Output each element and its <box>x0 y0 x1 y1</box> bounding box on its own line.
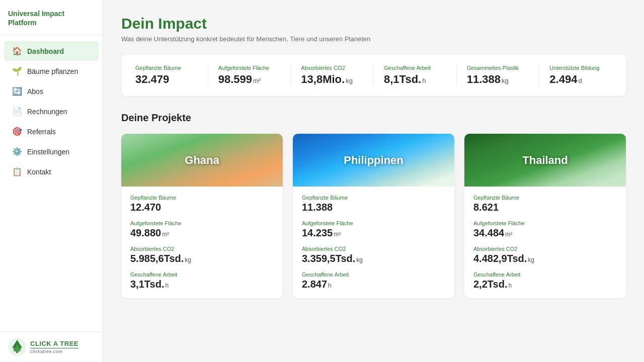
proj-stat-label: Geschaffene Arbeit <box>473 272 617 278</box>
proj-stat-label: Aufgeforstete Fläche <box>130 220 274 226</box>
sidebar: Universal Impact Platform 🏠Dashboard🌱Bäu… <box>0 0 103 362</box>
projects-grid: Ghana Gepflanzte Bäume 12.470 Aufgeforst… <box>121 134 626 298</box>
proj-stat-label: Absorbiertes CO2 <box>130 246 274 252</box>
projects-section-title: Deine Projekte <box>121 112 626 124</box>
sidebar-nav: 🏠Dashboard🌱Bäume pflanzen🔄Abos📄Rechnunge… <box>0 36 103 331</box>
proj-stat-label: Absorbiertes CO2 <box>302 246 445 252</box>
project-image-philippinen: Philippinen <box>293 134 454 187</box>
einstellungen-icon: ⚙️ <box>12 147 22 156</box>
project-stats: Gepflanzte Bäume 8.621 Aufgeforstete Flä… <box>464 187 626 298</box>
sidebar-label-dashboard: Dashboard <box>27 47 64 55</box>
project-card-philippinen[interactable]: Philippinen Gepflanzte Bäume 11.388 Aufg… <box>293 134 454 298</box>
sidebar-item-referrals[interactable]: 🎯Referrals <box>4 122 99 141</box>
proj-stat: Aufgeforstete Fläche 49.880m² <box>130 220 274 239</box>
sidebar-label-baume: Bäume pflanzen <box>27 67 78 75</box>
proj-stat-value: 2,2Tsd.h <box>473 279 617 290</box>
sidebar-item-rechnungen[interactable]: 📄Rechnungen <box>4 102 99 121</box>
proj-stat: Absorbiertes CO2 4.482,9Tsd.kg <box>473 246 617 264</box>
proj-stat-value: 14.235m² <box>302 227 445 239</box>
proj-stat-value: 5.985,6Tsd.kg <box>130 253 274 264</box>
project-image-thailand: Thailand <box>464 134 626 187</box>
proj-stat-value: 34.484m² <box>473 227 617 239</box>
page-title: Dein Impact <box>121 15 626 32</box>
page-subtitle: Was deine Unterstützung konkret bedeutet… <box>121 35 626 43</box>
proj-stat: Absorbiertes CO2 5.985,6Tsd.kg <box>130 246 274 264</box>
proj-stat-value: 3,1Tsd.h <box>130 279 274 290</box>
proj-stat-value: 49.880m² <box>130 227 274 239</box>
stat-value: 8,1Tsd.h <box>384 73 446 86</box>
proj-stat-label: Aufgeforstete Fläche <box>302 220 445 226</box>
sidebar-label-kontakt: Kontakt <box>27 168 51 176</box>
stat-label: Aufgeforstete Fläche <box>218 65 281 71</box>
sidebar-label-einstellungen: Einstellungen <box>27 148 69 156</box>
proj-stat-label: Gepflanzte Bäume <box>130 195 274 201</box>
proj-stat: Geschaffene Arbeit 2,2Tsd.h <box>473 272 617 290</box>
proj-stat-unit: h <box>508 282 512 289</box>
stat-label: Unterstützte Bildung <box>549 65 612 71</box>
sidebar-label-abos: Abos <box>27 87 43 96</box>
proj-stat: Absorbiertes CO2 3.359,5Tsd.kg <box>302 246 445 264</box>
kontakt-icon: 📋 <box>12 167 22 176</box>
project-name: Philippinen <box>344 154 404 167</box>
rechnungen-icon: 📄 <box>12 107 22 116</box>
proj-stat: Gepflanzte Bäume 8.621 <box>473 195 617 213</box>
proj-stat-value: 11.388 <box>302 202 445 213</box>
project-image-ghana: Ghana <box>121 134 283 187</box>
stat-item: Absorbiertes CO2 13,8Mio.kg <box>301 65 374 86</box>
proj-stat-unit: m² <box>505 231 512 238</box>
proj-stat-value: 4.482,9Tsd.kg <box>473 253 617 264</box>
stat-item: Gepflanzte Bäume 32.479 <box>135 65 208 86</box>
stat-unit: kg <box>502 77 509 84</box>
proj-stat: Geschaffene Arbeit 3,1Tsd.h <box>130 272 274 290</box>
proj-stat-unit: h <box>165 282 169 289</box>
stat-value: 2.494d <box>549 73 612 86</box>
sidebar-item-einstellungen[interactable]: ⚙️Einstellungen <box>4 142 99 161</box>
project-card-thailand[interactable]: Thailand Gepflanzte Bäume 8.621 Aufgefor… <box>464 134 626 298</box>
stat-value: 32.479 <box>135 73 198 86</box>
proj-stat-unit: kg <box>356 256 363 263</box>
stat-item: Aufgeforstete Fläche 98.599m² <box>218 65 291 86</box>
project-name: Ghana <box>185 154 219 167</box>
sidebar-logo: CLICK A TREE clickatree.com <box>0 331 103 362</box>
proj-stat: Aufgeforstete Fläche 34.484m² <box>473 220 617 239</box>
proj-stat: Aufgeforstete Fläche 14.235m² <box>302 220 445 239</box>
stat-value: 98.599m² <box>218 73 281 86</box>
proj-stat-unit: h <box>328 282 332 289</box>
project-stats: Gepflanzte Bäume 12.470 Aufgeforstete Fl… <box>121 187 283 298</box>
sidebar-item-baume[interactable]: 🌱Bäume pflanzen <box>4 61 99 81</box>
main-content: Dein Impact Was deine Unterstützung konk… <box>103 0 644 362</box>
proj-stat-label: Aufgeforstete Fläche <box>473 220 617 226</box>
proj-stat-label: Absorbiertes CO2 <box>473 246 617 252</box>
proj-stat-value: 3.359,5Tsd.kg <box>302 253 445 264</box>
proj-stat-label: Gepflanzte Bäume <box>473 195 617 201</box>
referrals-icon: 🎯 <box>12 127 22 136</box>
logo-text: CLICK A TREE clickatree.com <box>30 340 78 354</box>
proj-stat: Gepflanzte Bäume 12.470 <box>130 195 274 213</box>
sidebar-item-dashboard[interactable]: 🏠Dashboard <box>4 41 99 61</box>
proj-stat-value: 12.470 <box>130 202 274 213</box>
stat-value: 11.388kg <box>467 73 529 86</box>
sidebar-label-referrals: Referrals <box>27 128 56 136</box>
stat-unit: d <box>578 77 582 84</box>
project-name: Thailand <box>522 154 568 167</box>
proj-stat: Gepflanzte Bäume 11.388 <box>302 195 445 213</box>
sidebar-item-abos[interactable]: 🔄Abos <box>4 81 99 101</box>
proj-stat-label: Geschaffene Arbeit <box>302 272 445 278</box>
project-card-ghana[interactable]: Ghana Gepflanzte Bäume 12.470 Aufgeforst… <box>121 134 283 298</box>
baume-icon: 🌱 <box>12 66 22 76</box>
proj-stat-label: Gepflanzte Bäume <box>302 195 445 201</box>
project-stats: Gepflanzte Bäume 11.388 Aufgeforstete Fl… <box>293 187 454 298</box>
abos-icon: 🔄 <box>12 86 22 96</box>
proj-stat-unit: kg <box>528 256 534 263</box>
proj-stat-value: 8.621 <box>473 202 617 213</box>
stat-unit: kg <box>346 77 353 84</box>
stat-item: Geschaffene Arbeit 8,1Tsd.h <box>384 65 457 86</box>
stats-bar: Gepflanzte Bäume 32.479 Aufgeforstete Fl… <box>121 55 626 96</box>
stat-value: 13,8Mio.kg <box>301 73 363 86</box>
app-title: Universal Impact Platform <box>0 0 103 36</box>
stat-label: Absorbiertes CO2 <box>301 65 363 71</box>
proj-stat-value: 2.847h <box>302 279 445 290</box>
sidebar-item-kontakt[interactable]: 📋Kontakt <box>4 162 99 182</box>
stat-label: Geschaffene Arbeit <box>384 65 446 71</box>
stat-item: Unterstützte Bildung 2.494d <box>549 65 612 86</box>
